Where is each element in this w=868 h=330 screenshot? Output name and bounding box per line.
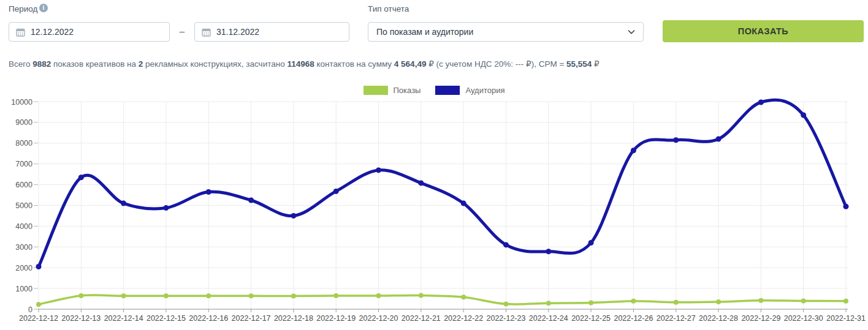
legend-item-audience[interactable]: Аудитория xyxy=(435,86,504,95)
date-to-input[interactable]: 31.12.2022 xyxy=(194,22,349,42)
svg-text:7000: 7000 xyxy=(15,160,32,168)
svg-text:2022-12-17: 2022-12-17 xyxy=(232,314,271,323)
report-page: Период i 12.12.2022 – 31.12.2022 Тип отч… xyxy=(0,0,868,330)
svg-text:2022-12-19: 2022-12-19 xyxy=(316,314,356,323)
sum-value: 4 564,49 xyxy=(394,59,427,69)
calendar-icon xyxy=(16,28,25,37)
svg-text:1000: 1000 xyxy=(15,285,32,293)
svg-text:2022-12-28: 2022-12-28 xyxy=(699,314,738,323)
audience-swatch xyxy=(435,86,460,95)
impressions-swatch xyxy=(364,86,388,95)
svg-text:6000: 6000 xyxy=(15,181,32,189)
cpm-value: 55,554 xyxy=(566,59,592,69)
svg-text:2022-12-13: 2022-12-13 xyxy=(61,314,101,323)
info-icon[interactable]: i xyxy=(39,4,48,12)
svg-text:2022-12-15: 2022-12-15 xyxy=(147,314,186,323)
calendar-icon xyxy=(202,28,211,37)
contacts-total: 114968 xyxy=(287,59,314,69)
svg-text:2022-12-25: 2022-12-25 xyxy=(571,314,611,323)
legend-label: Аудитория xyxy=(465,86,504,95)
svg-text:2022-12-30: 2022-12-30 xyxy=(784,314,823,323)
date-from-input[interactable]: 12.12.2022 xyxy=(9,22,170,42)
svg-text:4000: 4000 xyxy=(15,222,32,231)
svg-text:0: 0 xyxy=(28,306,32,314)
svg-text:9000: 9000 xyxy=(15,118,32,127)
svg-text:2022-12-23: 2022-12-23 xyxy=(486,314,525,323)
svg-text:2022-12-14: 2022-12-14 xyxy=(104,314,143,323)
svg-text:2022-12-12: 2022-12-12 xyxy=(19,314,58,323)
chevron-down-icon xyxy=(628,29,635,34)
legend-item-impressions[interactable]: Показы xyxy=(364,86,421,95)
impressions-total: 9882 xyxy=(32,59,51,69)
svg-text:5000: 5000 xyxy=(15,201,32,210)
svg-text:3000: 3000 xyxy=(15,243,32,252)
date-to-value: 31.12.2022 xyxy=(216,27,259,37)
svg-text:2000: 2000 xyxy=(15,264,32,272)
summary-text: Всего 9882 показов креативов на 2 реклам… xyxy=(9,59,600,69)
show-button[interactable]: ПОКАЗАТЬ xyxy=(663,20,864,42)
svg-text:2022-12-27: 2022-12-27 xyxy=(657,314,696,323)
svg-text:2022-12-24: 2022-12-24 xyxy=(529,314,568,323)
report-line-chart[interactable]: 0100020003000400050006000700080009000100… xyxy=(0,95,868,330)
svg-text:2022-12-26: 2022-12-26 xyxy=(614,314,653,323)
period-label: Период xyxy=(9,4,37,13)
chart-legend: Показы Аудитория xyxy=(0,86,868,95)
report-type-label: Тип отчета xyxy=(368,4,409,13)
date-range-separator: – xyxy=(177,26,188,36)
svg-text:2022-12-20: 2022-12-20 xyxy=(359,314,398,323)
report-type-select[interactable]: По показам и аудитории xyxy=(368,22,644,42)
svg-text:2022-12-18: 2022-12-18 xyxy=(274,314,313,323)
svg-text:2022-12-16: 2022-12-16 xyxy=(189,314,228,323)
svg-text:2022-12-31: 2022-12-31 xyxy=(826,314,866,323)
svg-text:8000: 8000 xyxy=(15,139,32,148)
date-from-value: 12.12.2022 xyxy=(31,27,74,37)
svg-text:2022-12-29: 2022-12-29 xyxy=(741,314,780,323)
legend-label: Показы xyxy=(394,86,421,95)
svg-text:2022-12-21: 2022-12-21 xyxy=(402,314,441,323)
svg-text:2022-12-22: 2022-12-22 xyxy=(444,314,483,323)
svg-text:10000: 10000 xyxy=(11,98,32,107)
report-type-value: По показам и аудитории xyxy=(376,27,473,37)
